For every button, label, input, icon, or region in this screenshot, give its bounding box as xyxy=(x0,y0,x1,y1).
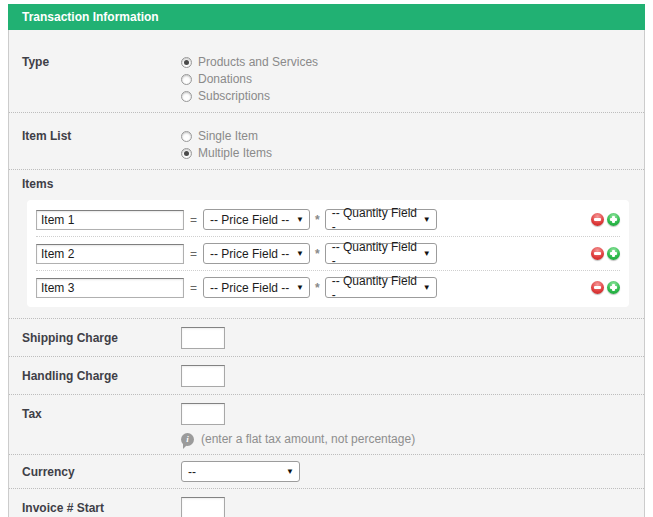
radio-unselected-icon[interactable] xyxy=(181,74,192,85)
item-row-actions xyxy=(591,213,620,226)
card-header: Transaction Information xyxy=(8,4,645,30)
invoice-start-section: Invoice # Start i (increments after each… xyxy=(9,489,644,517)
radio-selected-icon[interactable] xyxy=(181,57,192,68)
remove-item-button[interactable] xyxy=(591,281,604,294)
radio-unselected-icon[interactable] xyxy=(181,91,192,102)
type-radio-group: Products and Services Donations Subscrip… xyxy=(181,51,318,103)
item-row-actions xyxy=(591,247,620,260)
handling-charge-label: Handling Charge xyxy=(22,365,181,383)
multiply-sign: * xyxy=(310,213,325,227)
chevron-down-icon: ▼ xyxy=(423,250,431,258)
quantity-field-select[interactable]: -- Quantity Field - ▼ xyxy=(325,243,437,264)
shipping-charge-section: Shipping Charge xyxy=(9,319,644,356)
item-list-section: Item List Single Item Multiple Items xyxy=(9,113,644,169)
equals-sign: = xyxy=(184,281,203,295)
radio-selected-icon[interactable] xyxy=(181,148,192,159)
remove-item-button[interactable] xyxy=(591,247,604,260)
tax-input[interactable] xyxy=(181,403,225,425)
multiply-sign: * xyxy=(310,247,325,261)
transaction-information-card: Transaction Information Type Products an… xyxy=(8,4,645,517)
radio-multiple-items[interactable]: Multiple Items xyxy=(181,146,272,160)
invoice-start-input[interactable] xyxy=(181,497,225,517)
chevron-down-icon: ▼ xyxy=(296,216,304,224)
type-label: Type xyxy=(22,51,181,69)
chevron-down-icon: ▼ xyxy=(296,284,304,292)
chevron-down-icon: ▼ xyxy=(296,250,304,258)
tax-label: Tax xyxy=(22,403,181,421)
item-row: = -- Price Field -- ▼ * -- Quantity Fiel… xyxy=(36,203,620,236)
radio-donations[interactable]: Donations xyxy=(181,72,318,86)
type-section: Type Products and Services Donations Sub… xyxy=(9,30,644,112)
chevron-down-icon: ▼ xyxy=(423,216,431,224)
chevron-down-icon: ▼ xyxy=(286,468,294,476)
add-item-button[interactable] xyxy=(607,281,620,294)
radio-products-and-services[interactable]: Products and Services xyxy=(181,55,318,69)
equals-sign: = xyxy=(184,213,203,227)
item-row: = -- Price Field -- ▼ * -- Quantity Fiel… xyxy=(36,270,620,304)
item-name-input[interactable] xyxy=(36,278,184,298)
shipping-charge-input[interactable] xyxy=(181,327,225,349)
shipping-charge-label: Shipping Charge xyxy=(22,327,181,345)
price-field-select[interactable]: -- Price Field -- ▼ xyxy=(203,243,310,264)
item-name-input[interactable] xyxy=(36,244,184,264)
quantity-field-select[interactable]: -- Quantity Field - ▼ xyxy=(325,209,437,230)
remove-item-button[interactable] xyxy=(591,213,604,226)
card-title: Transaction Information xyxy=(22,10,159,24)
tax-hint: i (enter a flat tax amount, not percenta… xyxy=(181,425,630,446)
item-name-input[interactable] xyxy=(36,210,184,230)
price-field-select[interactable]: -- Price Field -- ▼ xyxy=(203,209,310,230)
equals-sign: = xyxy=(184,247,203,261)
tax-section: Tax i (enter a flat tax amount, not perc… xyxy=(9,395,644,454)
add-item-button[interactable] xyxy=(607,247,620,260)
radio-unselected-icon[interactable] xyxy=(181,131,192,142)
items-panel: = -- Price Field -- ▼ * -- Quantity Fiel… xyxy=(27,200,629,307)
multiply-sign: * xyxy=(310,281,325,295)
chevron-down-icon: ▼ xyxy=(423,284,431,292)
price-field-select[interactable]: -- Price Field -- ▼ xyxy=(203,277,310,298)
handling-charge-section: Handling Charge xyxy=(9,357,644,394)
card-body: Type Products and Services Donations Sub… xyxy=(8,30,645,517)
item-list-radio-group: Single Item Multiple Items xyxy=(181,125,272,160)
info-icon: i xyxy=(181,433,194,446)
currency-label: Currency xyxy=(22,461,181,479)
items-label: Items xyxy=(22,177,630,200)
currency-section: Currency -- ▼ xyxy=(9,455,644,488)
handling-charge-input[interactable] xyxy=(181,365,225,387)
item-row-actions xyxy=(591,281,620,294)
item-list-label: Item List xyxy=(22,125,181,143)
add-item-button[interactable] xyxy=(607,213,620,226)
quantity-field-select[interactable]: -- Quantity Field - ▼ xyxy=(325,277,437,298)
radio-subscriptions[interactable]: Subscriptions xyxy=(181,89,318,103)
currency-select[interactable]: -- ▼ xyxy=(181,461,300,482)
items-section: Items = -- Price Field -- ▼ * -- Quantit… xyxy=(9,170,644,318)
tax-hint-text: (enter a flat tax amount, not percentage… xyxy=(201,432,415,446)
invoice-start-label: Invoice # Start xyxy=(22,497,181,515)
item-row: = -- Price Field -- ▼ * -- Quantity Fiel… xyxy=(36,236,620,270)
radio-single-item[interactable]: Single Item xyxy=(181,129,272,143)
